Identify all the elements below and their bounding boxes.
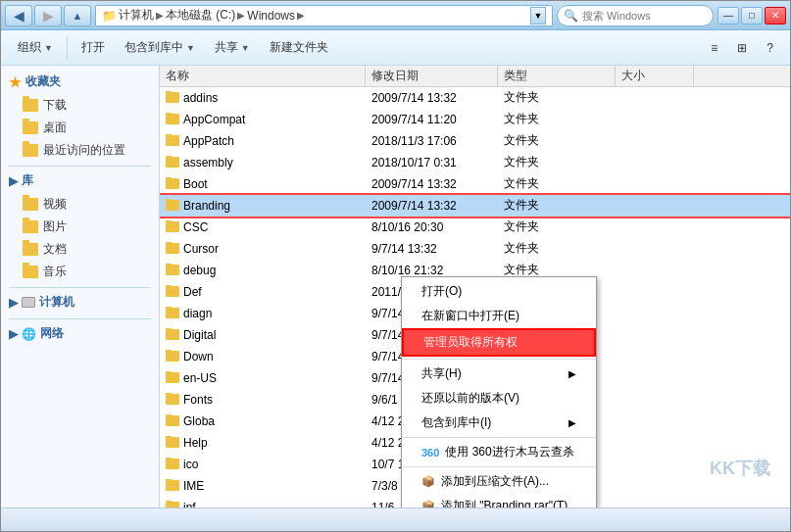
- address-path: 📁 计算机 ▶ 本地磁盘 (C:) ▶ Windows ▶: [102, 7, 526, 24]
- search-input[interactable]: [582, 10, 707, 22]
- file-list-header: 名称 修改日期 类型 大小: [160, 66, 790, 87]
- file-name: addins: [183, 91, 218, 105]
- computer-label: 计算机: [39, 294, 74, 311]
- file-name: Help: [183, 436, 208, 450]
- header-name[interactable]: 名称: [160, 66, 366, 86]
- file-row[interactable]: AppCompat 2009/7/14 11:20 文件夹: [160, 109, 790, 130]
- share-button[interactable]: 共享 ▼: [206, 34, 259, 62]
- explorer-window: ◀ ▶ ▲ 📁 计算机 ▶ 本地磁盘 (C:) ▶ Windows ▶ ▼ 🔍 …: [0, 0, 791, 532]
- main-content: ★ 收藏夹 下载 桌面 最近访问的位置 ▶: [1, 66, 790, 508]
- picture-label: 图片: [43, 218, 67, 235]
- view-toggle-button[interactable]: ≡: [702, 34, 726, 62]
- video-label: 视频: [43, 196, 67, 213]
- file-type: 文件夹: [498, 175, 616, 192]
- file-name: Def: [183, 285, 202, 299]
- context-share[interactable]: 共享(H) ▶: [402, 362, 596, 386]
- sidebar-item-picture[interactable]: 图片: [1, 216, 159, 238]
- address-bar[interactable]: 📁 计算机 ▶ 本地磁盘 (C:) ▶ Windows ▶ ▼: [95, 5, 553, 26]
- include-library-label: 包含到库中: [124, 39, 183, 56]
- close-button[interactable]: ✕: [765, 7, 786, 24]
- include-library-button[interactable]: 包含到库中 ▼: [116, 34, 204, 62]
- context-add-archive-label: 添加到压缩文件(A)...: [441, 473, 549, 490]
- network-icon: 🌐: [22, 327, 36, 341]
- file-type: 文件夹: [498, 111, 616, 127]
- context-add-rar[interactable]: 📦 添加到 "Branding.rar"(T): [402, 494, 596, 508]
- context-sep1: [402, 359, 596, 360]
- view-details-button[interactable]: ⊞: [728, 34, 756, 62]
- back-button[interactable]: ◀: [5, 5, 32, 26]
- sidebar-item-video[interactable]: 视频: [1, 193, 159, 216]
- folder-icon: [166, 502, 179, 508]
- document-label: 文档: [43, 241, 67, 258]
- new-folder-button[interactable]: 新建文件夹: [261, 34, 337, 62]
- zip-icon2: 📦: [421, 500, 435, 508]
- branding-file-row[interactable]: Branding 2009/7/14 13:32 文件夹: [160, 195, 790, 217]
- context-restore-prev[interactable]: 还原以前的版本(V): [402, 386, 596, 411]
- address-dropdown[interactable]: ▼: [530, 7, 546, 24]
- context-open[interactable]: 打开(O): [402, 279, 596, 304]
- forward-button[interactable]: ▶: [34, 5, 62, 26]
- file-date: 2018/11/3 17:06: [366, 134, 498, 148]
- sidebar-item-document[interactable]: 文档: [1, 238, 159, 261]
- file-type: 文件夹: [498, 197, 616, 214]
- include-library-dropdown-icon: ▼: [186, 43, 195, 53]
- context-sep3: [402, 466, 596, 467]
- network-header[interactable]: ▶ 🌐 网络: [1, 321, 159, 346]
- folder-icon: [166, 265, 179, 275]
- network-section: ▶ 🌐 网络: [1, 321, 159, 346]
- up-button[interactable]: ▲: [64, 5, 91, 26]
- help-button[interactable]: ?: [758, 34, 782, 62]
- header-size[interactable]: 大小: [616, 66, 694, 86]
- sidebar-item-music[interactable]: 音乐: [1, 261, 159, 283]
- header-type[interactable]: 类型: [498, 66, 616, 86]
- file-row[interactable]: Boot 2009/7/14 13:32 文件夹: [160, 173, 790, 195]
- sidebar-item-recent[interactable]: 最近访问的位置: [1, 139, 159, 162]
- share-dropdown-icon: ▼: [241, 43, 250, 53]
- favorites-header[interactable]: ★ 收藏夹: [1, 70, 159, 94]
- file-date: 2009/7/14 11:20: [366, 113, 498, 126]
- context-open-label: 打开(O): [421, 283, 462, 300]
- path-sep2: ▶: [237, 10, 245, 21]
- music-folder-icon: [23, 266, 38, 278]
- file-name: Globa: [183, 414, 215, 428]
- search-box[interactable]: 🔍: [557, 5, 714, 26]
- library-header[interactable]: ▶ 库: [1, 169, 159, 193]
- watermark: KK下载: [710, 457, 770, 480]
- context-add-archive[interactable]: 📦 添加到压缩文件(A)...: [402, 469, 596, 494]
- sidebar-item-desktop[interactable]: 桌面: [1, 117, 159, 139]
- file-row[interactable]: Cursor 9/7/14 13:32 文件夹: [160, 238, 790, 260]
- organize-button[interactable]: 组织 ▼: [9, 34, 62, 62]
- folder-icon: [166, 308, 179, 318]
- window-controls: — □ ✕: [717, 7, 786, 24]
- computer-header[interactable]: ▶ 计算机: [1, 290, 159, 314]
- document-folder-icon: [23, 243, 38, 256]
- file-name: debug: [183, 264, 216, 277]
- favorites-section: ★ 收藏夹 下载 桌面 最近访问的位置: [1, 70, 159, 162]
- star-icon: ★: [9, 74, 22, 90]
- file-date: 9/7/14 13:32: [366, 242, 498, 256]
- minimize-button[interactable]: —: [717, 7, 739, 24]
- file-row[interactable]: addins 2009/7/14 13:32 文件夹: [160, 87, 790, 109]
- context-include-library[interactable]: 包含到库中(I) ▶: [402, 411, 596, 435]
- library-label: 库: [22, 172, 33, 189]
- file-type: 文件夹: [498, 154, 616, 170]
- context-360-scan[interactable]: 360 使用 360进行木马云查杀: [402, 440, 596, 464]
- header-date[interactable]: 修改日期: [366, 66, 498, 86]
- file-date: 2009/7/14 13:32: [366, 91, 498, 105]
- network-expand-icon: ▶: [9, 327, 18, 341]
- path-drive: 本地磁盘 (C:): [166, 7, 235, 24]
- open-button[interactable]: 打开: [73, 34, 114, 62]
- file-row[interactable]: assembly 2018/10/17 0:31 文件夹: [160, 152, 790, 173]
- path-computer: 计算机: [119, 7, 154, 24]
- file-row[interactable]: AppPatch 2018/11/3 17:06 文件夹: [160, 130, 790, 152]
- file-name: ico: [183, 458, 198, 471]
- file-row[interactable]: CSC 8/10/16 20:30 文件夹: [160, 217, 790, 238]
- sidebar-div1: [9, 166, 151, 167]
- context-admin-rights[interactable]: 管理员取得所有权: [402, 328, 596, 357]
- file-name: Digital: [183, 328, 216, 342]
- context-open-new-window[interactable]: 在新窗口中打开(E): [402, 304, 596, 328]
- context-restore-prev-label: 还原以前的版本(V): [421, 390, 519, 407]
- maximize-button[interactable]: □: [741, 7, 763, 24]
- path-icon: 📁: [102, 9, 117, 23]
- sidebar-item-download[interactable]: 下载: [1, 94, 159, 117]
